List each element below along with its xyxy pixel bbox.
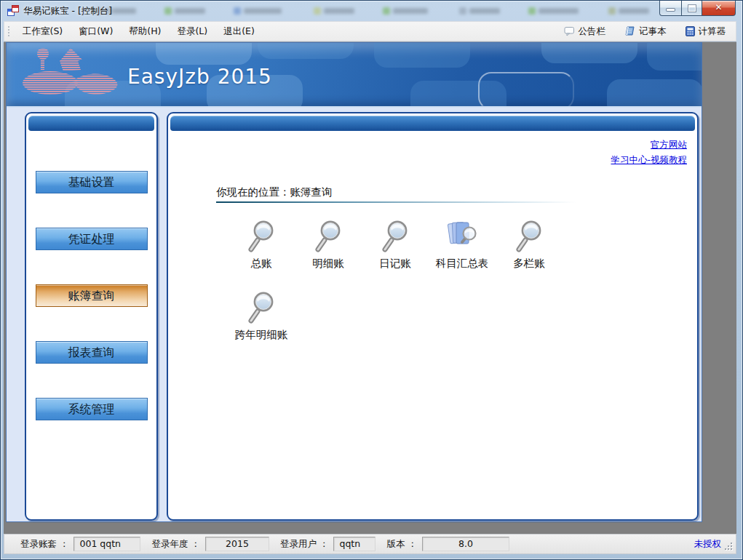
menu-window[interactable]: 窗口(W) — [71, 22, 121, 41]
license-status: 未授权 — [694, 538, 722, 551]
tool-bulletin-label: 公告栏 — [579, 25, 606, 38]
shortcut-journal[interactable]: 日记账 — [362, 215, 429, 287]
window-title: 华易记账宝 - [控制台] — [23, 5, 112, 17]
status-user-value: qqtn — [333, 537, 376, 551]
sidebar-item-report-query[interactable]: 报表查询 — [36, 341, 148, 364]
banner-tile — [258, 43, 354, 59]
mdi-background: EasyJzb 2015 基础设置 凭证处理 账簿查询 报表查询 系统管理 官方… — [4, 41, 736, 534]
magnifier-icon — [245, 220, 277, 253]
banner-tile — [478, 72, 574, 108]
magnifier-icon — [312, 220, 344, 253]
shortcut-cross-year-detail-ledger[interactable]: 跨年明细账 — [228, 287, 295, 358]
main-header-bar — [170, 116, 695, 131]
subject-summary-icon — [446, 220, 478, 253]
restore-icon — [688, 5, 696, 12]
magnifier-icon — [379, 220, 411, 253]
banner-tile — [541, 43, 637, 63]
tool-notepad[interactable]: 记事本 — [624, 25, 667, 38]
status-year-label: 登录年度 ： — [151, 538, 199, 551]
calculator-icon — [686, 26, 695, 36]
shortcut-detail-ledger[interactable]: 明细账 — [295, 215, 362, 287]
sidebar-item-voucher-processing[interactable]: 凭证处理 — [36, 228, 148, 250]
resize-grip-icon[interactable] — [724, 542, 734, 551]
menu-workroom[interactable]: 工作室(S) — [15, 22, 71, 41]
shortcut-label: 跨年明细账 — [228, 328, 295, 342]
shortcut-multi-column-ledger[interactable]: 多栏账 — [496, 215, 563, 287]
sidebar-item-system-management[interactable]: 系统管理 — [36, 398, 148, 420]
banner-tile — [374, 43, 470, 68]
magnifier-icon — [245, 291, 277, 324]
minimize-button[interactable] — [659, 1, 681, 16]
sidebar-header-bar — [28, 116, 154, 131]
banner-tile — [607, 79, 702, 108]
menu-exit[interactable]: 退出(E) — [215, 22, 263, 41]
sidebar-item-ledger-query[interactable]: 账簿查询 — [36, 284, 148, 307]
close-button[interactable]: ✕ — [702, 1, 736, 16]
breadcrumb: 你现在的位置：账簿查询 — [216, 185, 333, 199]
tool-calculator-label: 计算器 — [699, 25, 726, 38]
app-icon[interactable] — [7, 5, 19, 16]
product-title: EasyJzb 2015 — [127, 65, 272, 89]
menu-grip[interactable] — [7, 25, 10, 37]
link-learning-center[interactable]: 学习中心-视频教程 — [611, 152, 687, 167]
shortcut-label: 日记账 — [362, 257, 429, 271]
console-window: EasyJzb 2015 基础设置 凭证处理 账簿查询 报表查询 系统管理 官方… — [6, 42, 702, 522]
tool-notepad-label: 记事本 — [639, 25, 667, 38]
close-icon: ✕ — [702, 2, 735, 12]
banner-tile — [647, 43, 702, 71]
menu-login[interactable]: 登录(L) — [169, 22, 215, 41]
status-bar: 登录账套 ： 001 qqtn 登录年度 ： 2015 登录用户 ： qqtn … — [4, 534, 736, 554]
shortcut-label: 总账 — [228, 257, 295, 271]
magnifier-icon — [513, 220, 545, 253]
status-account-set-label: 登录账套 ： — [20, 538, 68, 551]
notepad-icon — [624, 26, 635, 36]
restore-button[interactable] — [681, 1, 702, 16]
title-bar[interactable]: 华易记账宝 - [控制台] ✕ — [1, 1, 742, 21]
main-panel: 官方网站 学习中心-视频教程 你现在的位置：账簿查询 总账 明细账 — [167, 112, 699, 521]
status-version-value: 8.0 — [422, 537, 509, 551]
banner: EasyJzb 2015 — [7, 43, 702, 108]
app-window: 华易记账宝 - [控制台] ✕ 工作室(S) 窗口(W) 帮助(H) 登录(L)… — [0, 0, 743, 560]
tool-calculator[interactable]: 计算器 — [686, 25, 726, 38]
sidebar-panel: 基础设置 凭证处理 账簿查询 报表查询 系统管理 — [25, 112, 158, 521]
tool-bulletin[interactable]: 公告栏 — [564, 25, 606, 38]
status-year-value: 2015 — [205, 537, 269, 551]
menu-bar: 工作室(S) 窗口(W) 帮助(H) 登录(L) 退出(E) 公告栏 记事本 计… — [4, 21, 736, 41]
background-artifacts — [95, 4, 655, 17]
menu-help[interactable]: 帮助(H) — [121, 22, 169, 41]
shortcut-label: 多栏账 — [496, 257, 563, 271]
minimize-icon — [667, 9, 675, 11]
status-account-set-value: 001 qqtn — [73, 537, 140, 551]
brand-logo — [20, 45, 129, 106]
shortcut-subject-summary[interactable]: 科目汇总表 — [429, 215, 496, 287]
shortcut-label: 科目汇总表 — [429, 257, 496, 271]
status-version-label: 版本 ： — [386, 538, 416, 551]
shortcut-grid: 总账 明细账 日记账 科目汇总表 — [228, 215, 564, 358]
shortcut-label: 明细账 — [295, 257, 362, 271]
shortcut-general-ledger[interactable]: 总账 — [228, 215, 295, 287]
link-official-site[interactable]: 官方网站 — [611, 137, 687, 152]
announcement-icon — [564, 26, 575, 36]
banner-tile — [156, 43, 252, 65]
breadcrumb-divider — [216, 201, 576, 203]
sidebar-item-basic-settings[interactable]: 基础设置 — [36, 171, 148, 193]
status-user-label: 登录用户 ： — [280, 538, 328, 551]
